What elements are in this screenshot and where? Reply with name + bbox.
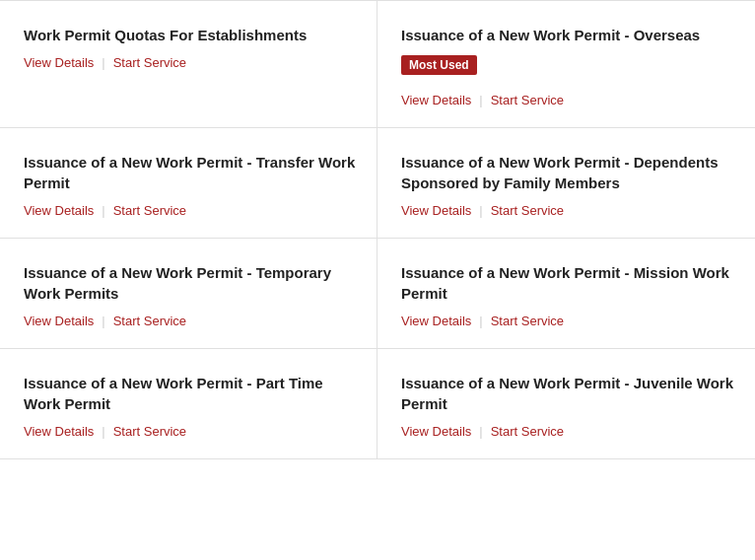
card-title: Issuance of a New Work Permit - Temporar… (24, 262, 357, 304)
service-card-7: Issuance of a New Work Permit - Part Tim… (0, 349, 378, 459)
view-details-link[interactable]: View Details (401, 203, 471, 218)
view-details-link[interactable]: View Details (24, 314, 94, 328)
action-divider: | (479, 424, 482, 439)
service-card-1: Work Permit Quotas For EstablishmentsVie… (0, 1, 378, 128)
start-service-link[interactable]: Start Service (491, 314, 564, 328)
card-title: Issuance of a New Work Permit - Overseas (401, 25, 735, 45)
action-divider: | (479, 93, 482, 107)
view-details-link[interactable]: View Details (24, 203, 94, 218)
service-card-4: Issuance of a New Work Permit - Dependen… (378, 128, 755, 239)
view-details-link[interactable]: View Details (24, 55, 94, 70)
service-card-8: Issuance of a New Work Permit - Juvenile… (378, 349, 755, 459)
card-title: Issuance of a New Work Permit - Juvenile… (401, 373, 735, 414)
card-actions: View Details|Start Service (24, 424, 357, 439)
view-details-link[interactable]: View Details (24, 424, 94, 439)
most-used-badge: Most Used (401, 55, 477, 75)
start-service-link[interactable]: Start Service (491, 93, 564, 107)
action-divider: | (102, 55, 104, 70)
start-service-link[interactable]: Start Service (491, 203, 564, 218)
view-details-link[interactable]: View Details (401, 424, 471, 439)
action-divider: | (479, 203, 482, 218)
start-service-link[interactable]: Start Service (113, 424, 186, 439)
card-actions: View Details|Start Service (24, 314, 357, 328)
start-service-link[interactable]: Start Service (113, 55, 186, 70)
card-title: Issuance of a New Work Permit - Part Tim… (24, 373, 357, 414)
action-divider: | (479, 314, 482, 328)
card-actions: View Details|Start Service (401, 314, 735, 328)
view-details-link[interactable]: View Details (401, 314, 471, 328)
action-divider: | (102, 424, 104, 439)
card-actions: View Details|Start Service (401, 93, 735, 107)
start-service-link[interactable]: Start Service (113, 314, 186, 328)
service-card-6: Issuance of a New Work Permit - Mission … (378, 239, 755, 349)
card-title: Issuance of a New Work Permit - Mission … (401, 262, 735, 304)
action-divider: | (102, 314, 104, 328)
service-card-3: Issuance of a New Work Permit - Transfer… (0, 128, 378, 239)
action-divider: | (102, 203, 104, 218)
view-details-link[interactable]: View Details (401, 93, 471, 107)
card-title: Issuance of a New Work Permit - Transfer… (24, 152, 357, 193)
card-title: Work Permit Quotas For Establishments (24, 25, 357, 45)
service-card-2: Issuance of a New Work Permit - Overseas… (378, 1, 755, 128)
card-actions: View Details|Start Service (401, 424, 735, 439)
card-actions: View Details|Start Service (401, 203, 735, 218)
service-card-5: Issuance of a New Work Permit - Temporar… (0, 239, 378, 349)
card-actions: View Details|Start Service (24, 203, 357, 218)
service-grid: Work Permit Quotas For EstablishmentsVie… (0, 0, 755, 459)
start-service-link[interactable]: Start Service (491, 424, 564, 439)
card-actions: View Details|Start Service (24, 55, 357, 70)
card-title: Issuance of a New Work Permit - Dependen… (401, 152, 735, 193)
start-service-link[interactable]: Start Service (113, 203, 186, 218)
